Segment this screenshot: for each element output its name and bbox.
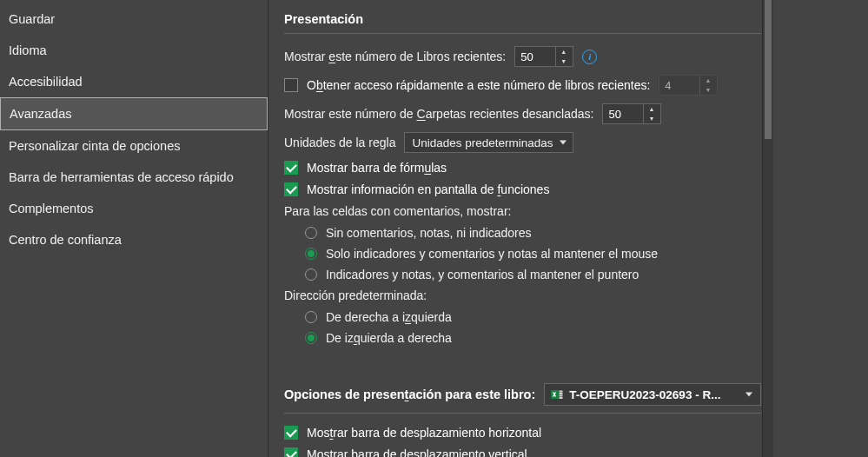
direction-header: Dirección predeterminada:	[284, 288, 427, 302]
quick-access-checkbox[interactable]: Obtener acceso rápidamente a este número…	[284, 75, 761, 96]
show-formula-bar-label: Mostrar barra de fórmulas	[307, 161, 447, 175]
radio-circle-icon	[305, 268, 317, 281]
vscroll-label: Mostrar barra de desplazamiento vertical	[307, 447, 527, 457]
radio-circle-icon	[305, 248, 317, 260]
recent-books-input[interactable]	[515, 47, 555, 66]
sidebar-item-centro-confianza[interactable]: Centro de confianza	[0, 224, 268, 255]
recent-folders-input[interactable]	[603, 104, 643, 123]
radio-label: De izquierda a derecha	[326, 331, 452, 345]
sidebar-item-accesibilidad[interactable]: Accesibilidad	[0, 66, 268, 97]
vertical-scrollbar[interactable]	[762, 0, 773, 457]
sidebar-item-idioma[interactable]: Idioma	[0, 35, 268, 66]
spin-up-icon: ▲	[700, 76, 715, 85]
spin-down-icon[interactable]: ▼	[556, 56, 571, 66]
excel-file-icon	[550, 387, 564, 401]
hscroll-checkbox[interactable]: Mostrar barra de desplazamiento horizont…	[284, 426, 761, 440]
svg-rect-3	[560, 395, 563, 397]
ruler-units-dropdown[interactable]: Unidades predeterminadas	[404, 132, 573, 153]
radio-label: Sin comentarios, notas, ni indicadores	[326, 226, 532, 240]
show-formula-bar-checkbox[interactable]: Mostrar barra de fórmulas	[284, 161, 761, 175]
spin-down-icon[interactable]: ▼	[644, 114, 659, 123]
radio-circle-icon	[305, 311, 317, 323]
workbook-select[interactable]: T-OEPERU2023-02693 - R...	[544, 383, 761, 406]
sidebar-item-personalizar-cinta[interactable]: Personalizar cinta de opciones	[0, 130, 268, 162]
quick-access-label: Obtener acceso rápidamente a este número…	[307, 78, 650, 92]
sidebar: Guardar Idioma Accesibilidad Avanzadas P…	[0, 0, 268, 457]
sidebar-item-complementos[interactable]: Complementos	[0, 193, 268, 224]
recent-folders-spin[interactable]: ▲ ▼	[602, 103, 661, 124]
svg-rect-1	[560, 391, 563, 393]
recent-folders-label: Mostrar este número de Carpetas reciente…	[284, 107, 593, 121]
section-title-presentacion: Presentación	[284, 0, 761, 34]
radio-label: De derecha a izquierda	[326, 310, 452, 324]
comments-radio-none[interactable]: Sin comentarios, notas, ni indicadores	[284, 226, 761, 240]
show-func-tooltips-label: Mostrar información en pantalla de funci…	[307, 182, 549, 196]
comments-radio-indicators[interactable]: Solo indicadores y comentarios y notas a…	[284, 247, 761, 261]
checkbox-box-icon	[284, 447, 298, 457]
hscroll-label: Mostrar barra de desplazamiento horizont…	[307, 426, 541, 440]
direction-radio-ltr[interactable]: De izquierda a derecha	[284, 331, 761, 345]
checkbox-box-icon	[284, 182, 298, 196]
comments-header: Para las celdas con comentarios, mostrar…	[284, 204, 511, 218]
radio-circle-icon	[305, 332, 317, 344]
radio-circle-icon	[305, 227, 317, 239]
sidebar-item-barra-acceso-rapido[interactable]: Barra de herramientas de acceso rápido	[0, 162, 268, 193]
show-func-tooltips-checkbox[interactable]: Mostrar información en pantalla de funci…	[284, 182, 761, 196]
recent-books-label: Mostrar este número de Libros recientes:	[284, 50, 506, 63]
radio-label: Indicadores y notas, y comentarios al ma…	[326, 268, 639, 281]
spin-up-icon[interactable]: ▲	[556, 47, 571, 56]
comments-radio-indicators-notes[interactable]: Indicadores y notas, y comentarios al ma…	[284, 268, 761, 281]
svg-rect-2	[560, 393, 563, 394]
spin-up-icon[interactable]: ▲	[644, 104, 659, 114]
sidebar-item-guardar[interactable]: Guardar	[0, 3, 268, 35]
checkbox-box-icon	[284, 161, 298, 175]
vscroll-checkbox[interactable]: Mostrar barra de desplazamiento vertical	[284, 447, 761, 457]
main-panel: Presentación Mostrar este número de Libr…	[268, 0, 773, 457]
direction-radio-rtl[interactable]: De derecha a izquierda	[284, 310, 761, 324]
ruler-units-label: Unidades de la regla	[284, 136, 395, 149]
recent-books-spin[interactable]: ▲ ▼	[514, 46, 573, 67]
quick-access-spin: ▲ ▼	[659, 75, 718, 96]
info-icon[interactable]: i	[582, 50, 597, 64]
workbook-select-value: T-OEPERU2023-02693 - R...	[569, 388, 720, 401]
svg-rect-4	[560, 397, 563, 399]
checkbox-box-icon	[284, 78, 298, 92]
scrollbar-thumb[interactable]	[765, 0, 772, 139]
section-title-workbook: Opciones de presentación para este libro…	[284, 371, 761, 414]
radio-label: Solo indicadores y comentarios y notas a…	[326, 247, 658, 261]
quick-access-input	[659, 76, 699, 95]
checkbox-box-icon	[284, 426, 298, 440]
spin-down-icon: ▼	[700, 85, 715, 95]
sidebar-item-avanzadas[interactable]: Avanzadas	[0, 97, 268, 130]
